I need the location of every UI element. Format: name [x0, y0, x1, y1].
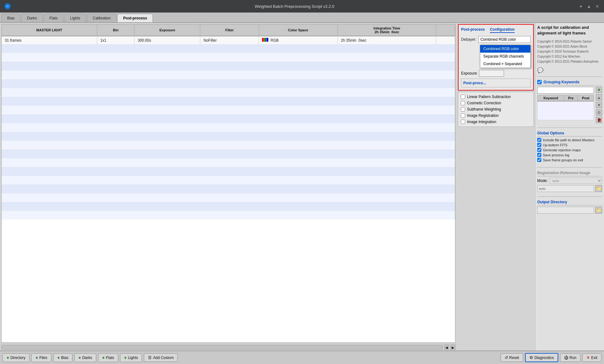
tab-bias[interactable]: Bias	[1, 14, 20, 22]
cell-exposure: 300.00s	[134, 36, 200, 44]
run-button[interactable]: ⏻ Run	[560, 353, 580, 362]
reg-folder-button[interactable]: 📁	[595, 185, 602, 192]
rgb-red	[262, 38, 264, 42]
exit-icon: ✕	[586, 355, 590, 360]
data-table-container[interactable]: MASTER LIGHT Bin Exposure Filter Color S…	[1, 24, 455, 343]
exposure-row: Exposure	[461, 70, 531, 77]
maximize-button[interactable]: ▲	[586, 3, 592, 9]
checkbox-cosmetic-input[interactable]	[461, 101, 465, 105]
tab-lights[interactable]: Lights	[64, 14, 86, 22]
add-custom-button[interactable]: ☰ Add Custom	[144, 353, 178, 362]
close-button[interactable]: ✕	[594, 3, 600, 9]
add-flats-button[interactable]: + Flats	[98, 353, 118, 362]
move-down-button[interactable]: ▼	[596, 102, 602, 108]
minimize-button[interactable]: ▾	[578, 3, 584, 9]
post-proc-section: Post-proce...	[461, 79, 531, 87]
col-header-filter: Filter	[200, 24, 259, 36]
copyright-line-4: Copyright © 2012 Kai Wiechen	[537, 54, 602, 59]
keyword-empty-row	[538, 101, 594, 120]
add-lights-button[interactable]: + Lights	[120, 353, 142, 362]
scroll-right-arrow[interactable]: ▶	[450, 345, 455, 350]
tab-postprocess[interactable]: Post-process	[117, 14, 153, 22]
go-save-process-log-input[interactable]	[537, 153, 541, 157]
debayer-dropdown-overlay[interactable]: Combined RGB color Separate RGB channels…	[480, 45, 531, 68]
checkbox-subframe-input[interactable]	[461, 107, 465, 112]
scroll-left-arrow[interactable]: ◀	[444, 345, 449, 350]
keyword-col-keyword: Keyword	[538, 95, 564, 101]
dropdown-item-separate-rgb[interactable]: Separate RGB channels	[480, 53, 530, 60]
move-up-button[interactable]: ▲	[596, 94, 602, 101]
add-directory-icon: +	[7, 355, 9, 360]
reg-mode-select[interactable]: auto	[549, 178, 602, 184]
tab-flats[interactable]: Flats	[44, 14, 64, 22]
add-darks-button[interactable]: + Darks	[74, 353, 96, 362]
go-up-bottom-fits-input[interactable]	[537, 143, 541, 147]
table-row[interactable]: 31 frames 1x1 300.00s NoFilter RGB	[2, 36, 455, 44]
reg-text-input[interactable]	[537, 185, 594, 192]
add-darks-label: Darks	[82, 356, 92, 360]
checkbox-image-registration-input[interactable]	[461, 113, 465, 118]
add-custom-icon: ☰	[148, 355, 152, 360]
table-scrollbar[interactable]: ◀ ▶	[0, 344, 457, 351]
delete-keyword-button[interactable]: 🗑	[596, 117, 602, 123]
title-bar-controls[interactable]: ▾ ▲ ✕	[578, 3, 600, 9]
checkbox-image-integration-label: Image Integration	[467, 120, 496, 124]
output-dir-input[interactable]	[537, 207, 594, 214]
output-dir-folder-button[interactable]: 📁	[595, 207, 602, 214]
tab-calibration[interactable]: Calibration	[87, 14, 117, 22]
table-row-empty-19	[2, 202, 455, 211]
debayer-select-wrapper[interactable]: Combined RGB color Separate RGB channels…	[478, 36, 531, 43]
debayer-select[interactable]: Combined RGB color Separate RGB channels…	[478, 36, 531, 43]
checkbox-linear-pattern-input[interactable]	[461, 95, 465, 99]
keyword-col-pre: Pre	[564, 95, 578, 101]
add-darks-icon: +	[78, 355, 81, 360]
config-tab-configuration[interactable]: Configuration	[490, 27, 515, 33]
dropdown-item-combined-rgb[interactable]: Combined RGB color	[480, 45, 530, 53]
cell-extra	[436, 36, 455, 44]
exposure-input[interactable]	[479, 70, 504, 77]
config-box: Post-process Configuration Debayer: Comb…	[458, 24, 534, 91]
go-include-filepath-input[interactable]	[537, 138, 541, 142]
diagnostics-icon: ⚙	[529, 355, 533, 360]
add-files-button[interactable]: + Files	[31, 353, 51, 362]
comment-icon[interactable]: 💬	[537, 67, 602, 73]
checkbox-cosmetic: Cosmetic Correction	[461, 101, 531, 105]
table-row-empty-15	[2, 167, 455, 176]
go-generate-rejection-input[interactable]	[537, 148, 541, 152]
diagnostics-label: Diagnostics	[534, 356, 554, 360]
cell-color-space: RGB	[259, 36, 338, 44]
dropdown-item-combined-separated[interactable]: Combined + Separated	[480, 60, 530, 68]
scrollbar-track[interactable]	[1, 345, 443, 350]
global-options-content: Include file path to detect Masters Up-b…	[537, 137, 602, 164]
reset-button[interactable]: ↺ Reset	[501, 353, 523, 362]
col-header-exposure: Exposure	[134, 24, 200, 36]
diagnostics-button[interactable]: ⚙ Diagnostics	[525, 353, 558, 362]
add-bias-button[interactable]: + Bias	[53, 353, 73, 362]
exit-button[interactable]: ✕ Exit	[582, 353, 601, 362]
registration-ref-header: Registration Reference Image	[537, 171, 602, 176]
keyword-text-input[interactable]	[537, 87, 594, 94]
add-keyword-button[interactable]: +	[596, 87, 602, 93]
go-save-frame-groups-input[interactable]	[537, 158, 541, 162]
table-row-empty-17	[2, 185, 455, 193]
go-save-frame-groups: Save frame groups on exit	[537, 158, 602, 162]
global-options-label: Global Options	[537, 131, 564, 135]
settings-keyword-button[interactable]: ⚙	[596, 109, 602, 116]
grouping-keywords-checkbox[interactable]	[537, 80, 542, 84]
bottom-toolbar: + Directory + Files + Bias + Darks + Fla…	[0, 351, 604, 364]
add-files-label: Files	[39, 356, 47, 360]
keyword-col-post: Post	[578, 95, 594, 101]
output-dir-content: 📁	[537, 205, 602, 215]
col-header-integration-time: Integration Time2h 35min 0sec	[338, 24, 436, 36]
col-header-extra	[436, 24, 455, 36]
go-include-filepath: Include file path to detect Masters	[537, 138, 602, 142]
registration-ref-label: Registration Reference Image	[537, 171, 590, 175]
add-directory-button[interactable]: + Directory	[3, 353, 29, 362]
checkbox-image-integration-input[interactable]	[461, 120, 465, 124]
grouping-keywords-header: Grouping Keywords	[537, 80, 602, 86]
divider-1	[537, 76, 602, 77]
table-row-empty-13	[2, 149, 455, 158]
tab-darks[interactable]: Darks	[21, 14, 43, 22]
config-tab-postprocess[interactable]: Post-process	[461, 27, 485, 33]
reg-mode-label: Mode:	[537, 179, 548, 183]
